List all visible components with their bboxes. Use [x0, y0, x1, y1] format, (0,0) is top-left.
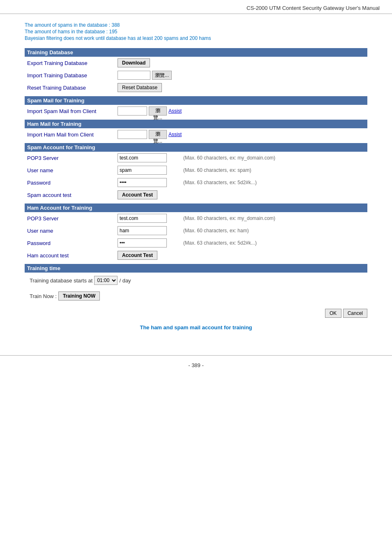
ham-mail-title: Ham Mail for Training	[25, 120, 367, 128]
ham-pop3-label: POP3 Server	[25, 212, 115, 224]
ham-pop3-input[interactable]	[118, 214, 167, 223]
per-day-label: / day	[119, 278, 131, 284]
page-footer: - 389 -	[0, 355, 392, 375]
training-time-select[interactable]: 01:00 02:00 03:00	[94, 276, 118, 285]
spam-pop3-input[interactable]	[118, 153, 167, 162]
spam-account-section: Spam Account for Training POP3 Server (M…	[25, 143, 367, 201]
spam-mail-title: Spam Mail for Training	[25, 96, 367, 105]
spam-password-row: Password (Max. 63 characters, ex: 5d2#k.…	[25, 176, 367, 189]
spam-username-input[interactable]	[118, 166, 167, 175]
bayesian-note-text: Bayesian filtering does not work until d…	[25, 35, 367, 41]
training-database-title: Training Database	[25, 48, 367, 57]
train-now-area: Train Now : Training NOW	[27, 290, 365, 302]
ham-file-box	[118, 130, 147, 139]
ham-import-label: Import Ham Mail from Client	[25, 128, 115, 141]
spam-pop3-hint: (Max. 60 characters, ex: my_domain.com)	[181, 152, 367, 164]
page-content: The amount of spams in the database : 38…	[0, 14, 392, 339]
spam-browse-button[interactable]: 瀏覽...	[149, 106, 167, 116]
spam-import-row: Import Spam Mail from Client 瀏覽... Assis…	[25, 105, 367, 117]
training-time-section: Training time Training database starts a…	[25, 264, 367, 304]
spam-username-label: User name	[25, 164, 115, 176]
reset-row: Reset Training Database Reset Database	[25, 81, 367, 94]
spam-pop3-label: POP3 Server	[25, 152, 115, 164]
train-now-label: Train Now :	[30, 293, 57, 299]
import-label: Import Training Database	[25, 69, 115, 81]
ham-count-text: The amount of hams in the database : 195	[25, 29, 367, 35]
spam-username-row: User name (Max. 60 characters, ex: spam)	[25, 164, 367, 176]
ham-test-row: Ham account test Account Test	[25, 249, 367, 261]
ham-account-title: Ham Account for Training	[25, 204, 367, 212]
download-button[interactable]: Download	[118, 58, 150, 67]
training-now-button[interactable]: Training NOW	[58, 291, 100, 301]
reset-label: Reset Training Database	[25, 81, 115, 94]
ham-pop3-row: POP3 Server (Max. 80 characters, ex: my_…	[25, 212, 367, 224]
caption-text: The ham and spam mail account for traini…	[25, 324, 367, 331]
training-starts-row: Training database starts at 01:00 02:00 …	[25, 273, 367, 288]
ham-browse-button[interactable]: 瀏覽...	[149, 130, 167, 139]
spam-mail-section: Spam Mail for Training Import Spam Mail …	[25, 96, 367, 117]
page-header: CS-2000 UTM Content Security Gateway Use…	[0, 0, 392, 14]
ham-mail-header: Ham Mail for Training	[25, 120, 367, 128]
spam-assist-link[interactable]: Assist	[168, 108, 182, 114]
training-database-header: Training Database	[25, 48, 367, 57]
export-row: Export Training Database Download	[25, 57, 367, 69]
spam-account-header: Spam Account for Training	[25, 143, 367, 152]
ham-password-hint: (Max. 63 characters, ex: 5d2#k...)	[181, 237, 367, 249]
ham-file-area: 瀏覽... Assist	[118, 130, 182, 139]
spam-file-area: 瀏覽... Assist	[118, 106, 182, 116]
ham-username-label: User name	[25, 224, 115, 237]
spam-username-hint: (Max. 60 characters, ex: spam)	[181, 164, 367, 176]
training-starts-area: Training database starts at 01:00 02:00 …	[27, 274, 365, 287]
train-now-row: Train Now : Training NOW	[25, 288, 367, 304]
page-title: CS-2000 UTM Content Security Gateway Use…	[247, 5, 380, 11]
ham-username-row: User name (Max. 60 characters, ex: ham)	[25, 224, 367, 237]
spam-account-test-button[interactable]: Account Test	[118, 190, 157, 199]
ok-button[interactable]: OK	[325, 309, 341, 318]
spam-test-label: Spam account test	[25, 189, 115, 201]
training-time-title: Training time	[25, 264, 367, 273]
spam-count-text: The amount of spams in the database : 38…	[25, 22, 367, 28]
ham-account-section: Ham Account for Training POP3 Server (Ma…	[25, 204, 367, 261]
spam-mail-header: Spam Mail for Training	[25, 96, 367, 105]
import-browse-button[interactable]: 瀏覽...	[152, 71, 172, 80]
ham-username-hint: (Max. 60 characters, ex: ham)	[181, 224, 367, 237]
cancel-button[interactable]: Cancel	[343, 309, 367, 318]
page-number: - 389 -	[188, 362, 204, 368]
ham-test-label: Ham account test	[25, 249, 115, 261]
ham-password-label: Password	[25, 237, 115, 249]
training-time-header: Training time	[25, 264, 367, 273]
spam-file-box	[118, 106, 147, 116]
ham-import-row: Import Ham Mail from Client 瀏覽... Assist	[25, 128, 367, 141]
export-label: Export Training Database	[25, 57, 115, 69]
spam-pop3-row: POP3 Server (Max. 60 characters, ex: my_…	[25, 152, 367, 164]
spam-import-label: Import Spam Mail from Client	[25, 105, 115, 117]
ham-pop3-hint: (Max. 80 characters, ex: my_domain.com)	[181, 212, 367, 224]
training-starts-label: Training database starts at	[30, 278, 92, 284]
spam-password-hint: (Max. 63 characters, ex: 5d2#k...)	[181, 176, 367, 189]
ham-mail-section: Ham Mail for Training Import Ham Mail fr…	[25, 120, 367, 141]
import-file-box	[118, 71, 150, 80]
spam-test-row: Spam account test Account Test	[25, 189, 367, 201]
import-file-area: 瀏覽...	[118, 71, 178, 80]
ham-account-test-button[interactable]: Account Test	[118, 251, 157, 260]
spam-account-title: Spam Account for Training	[25, 143, 367, 152]
reset-database-button[interactable]: Reset Database	[118, 83, 162, 92]
ham-account-header: Ham Account for Training	[25, 204, 367, 212]
ham-assist-link[interactable]: Assist	[168, 132, 182, 137]
ham-username-input[interactable]	[118, 226, 167, 235]
ham-password-row: Password (Max. 63 characters, ex: 5d2#k.…	[25, 237, 367, 249]
training-database-section: Training Database Export Training Databa…	[25, 48, 367, 94]
spam-password-label: Password	[25, 176, 115, 189]
ham-password-input[interactable]	[118, 238, 167, 247]
footer-buttons: OK Cancel	[25, 309, 367, 318]
spam-password-input[interactable]	[118, 178, 167, 187]
import-row: Import Training Database 瀏覽...	[25, 69, 367, 81]
